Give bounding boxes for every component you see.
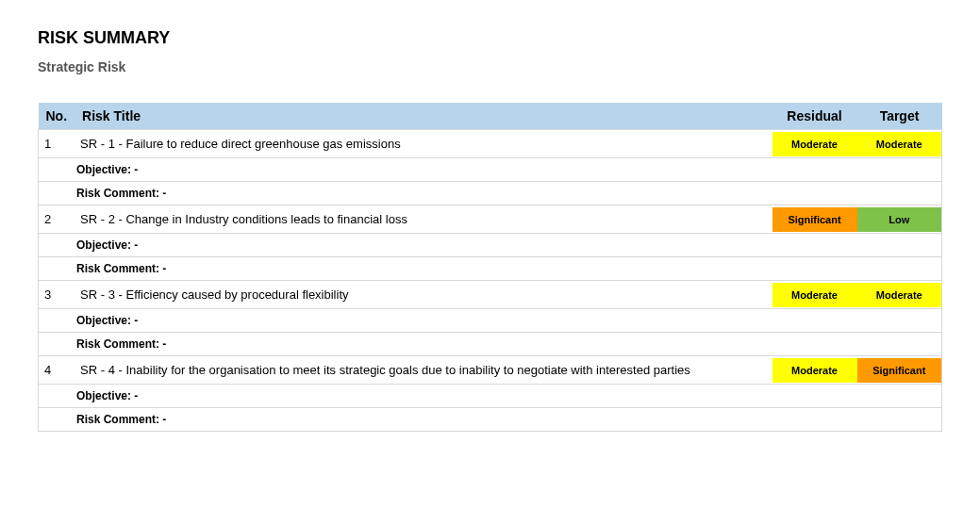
risk-residual: Moderate <box>772 281 857 309</box>
residual-badge: Moderate <box>772 283 857 307</box>
risk-target: Low <box>857 205 942 234</box>
risk-title: SR - 4 - Inability for the organisation … <box>75 356 772 385</box>
table-row: 4SR - 4 - Inability for the organisation… <box>39 356 942 385</box>
risk-target: Moderate <box>857 130 942 158</box>
residual-badge: Significant <box>772 207 857 232</box>
table-row: 2SR - 2 - Change in Industry conditions … <box>39 205 942 234</box>
objective-row: Objective: - <box>39 158 942 182</box>
risk-residual: Significant <box>772 205 857 234</box>
target-badge: Moderate <box>857 283 942 307</box>
risk-residual: Moderate <box>772 356 857 385</box>
objective-label: Objective: - <box>39 158 942 182</box>
objective-row: Objective: - <box>39 234 942 257</box>
risk-table: No. Risk Title Residual Target 1SR - 1 -… <box>38 103 942 432</box>
page-title: RISK SUMMARY <box>38 28 942 48</box>
risk-comment-row: Risk Comment: - <box>39 333 942 356</box>
residual-badge: Moderate <box>772 132 857 156</box>
risk-target: Moderate <box>857 281 942 309</box>
residual-badge: Moderate <box>772 358 857 383</box>
risk-no: 3 <box>39 281 75 309</box>
risk-comment-row: Risk Comment: - <box>39 408 942 432</box>
target-badge: Significant <box>857 358 942 383</box>
risk-comment-row: Risk Comment: - <box>39 257 942 281</box>
risk-no: 4 <box>39 356 75 385</box>
col-header-no: No. <box>39 103 75 130</box>
risk-comment-label: Risk Comment: - <box>39 257 942 281</box>
risk-no: 2 <box>39 205 75 234</box>
objective-row: Objective: - <box>39 309 942 333</box>
risk-comment-row: Risk Comment: - <box>39 182 942 205</box>
risk-title: SR - 1 - Failure to reduce direct greenh… <box>75 130 772 158</box>
risk-comment-label: Risk Comment: - <box>39 182 942 205</box>
objective-label: Objective: - <box>39 234 942 257</box>
objective-label: Objective: - <box>39 309 942 333</box>
target-badge: Moderate <box>857 132 942 156</box>
risk-title: SR - 3 - Efficiency caused by procedural… <box>75 281 772 309</box>
table-header-row: No. Risk Title Residual Target <box>39 103 942 130</box>
table-row: 3SR - 3 - Efficiency caused by procedura… <box>39 281 942 309</box>
col-header-title: Risk Title <box>75 103 772 130</box>
target-badge: Low <box>857 207 942 232</box>
risk-comment-label: Risk Comment: - <box>39 408 942 432</box>
objective-label: Objective: - <box>39 385 942 408</box>
risk-comment-label: Risk Comment: - <box>39 333 942 356</box>
risk-no: 1 <box>39 130 75 158</box>
objective-row: Objective: - <box>39 385 942 408</box>
risk-title: SR - 2 - Change in Industry conditions l… <box>75 205 772 234</box>
col-header-target: Target <box>857 103 942 130</box>
risk-residual: Moderate <box>772 130 857 158</box>
subtitle: Strategic Risk <box>38 59 942 74</box>
table-row: 1SR - 1 - Failure to reduce direct green… <box>39 130 942 158</box>
col-header-residual: Residual <box>772 103 857 130</box>
risk-target: Significant <box>857 356 942 385</box>
